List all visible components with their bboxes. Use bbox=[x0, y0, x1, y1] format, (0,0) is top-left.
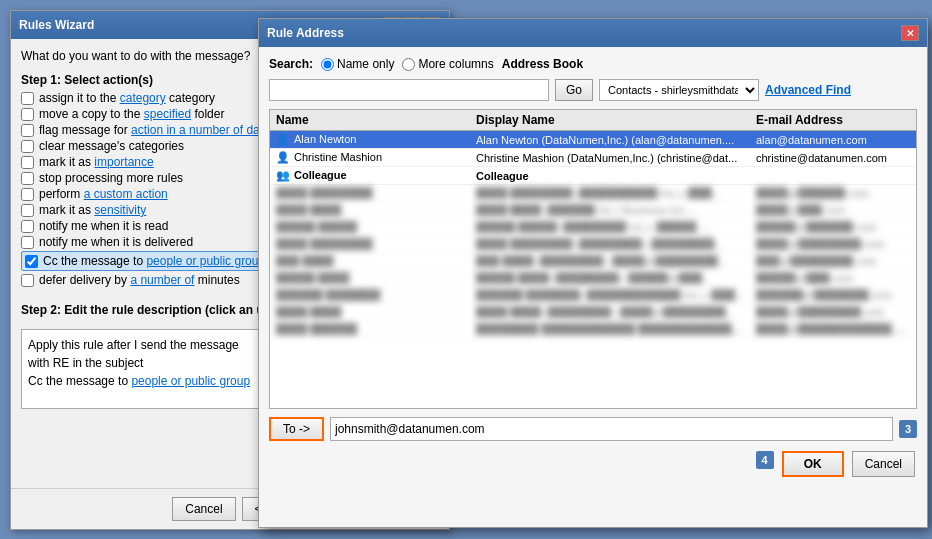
search-input-row: Go Contacts - shirleysmithdatanumen@outl… bbox=[269, 79, 917, 101]
rule-address-dialog: Rule Address ✕ Search: Name only More co… bbox=[258, 18, 928, 528]
action-days-link[interactable]: action in a number of days bbox=[131, 123, 272, 137]
to-button[interactable]: To -> bbox=[269, 417, 324, 441]
contact-display-name: Christine Mashion (DataNumen,Inc.) (chri… bbox=[476, 152, 756, 164]
dialog-body: Search: Name only More columns Address B… bbox=[259, 47, 927, 487]
contact-email: christine@datanumen.com bbox=[756, 152, 910, 164]
header-email: E-mail Address bbox=[756, 113, 910, 127]
table-row[interactable]: ████ ████████ ████ ████████ (██████████ … bbox=[270, 185, 916, 202]
table-row[interactable]: ████ ████ ████ ████ (██████ Inc.) Busine… bbox=[270, 202, 916, 219]
header-name: Name bbox=[276, 113, 476, 127]
contact-display-name: Colleague bbox=[476, 170, 756, 182]
action-defer-delivery-checkbox[interactable] bbox=[21, 274, 34, 287]
search-input[interactable] bbox=[269, 79, 549, 101]
table-row[interactable]: ██████ ███████ ██████ ███████ (█████████… bbox=[270, 287, 916, 304]
custom-action-link[interactable]: a custom action bbox=[84, 187, 168, 201]
radio-name-only-label[interactable]: Name only bbox=[321, 57, 394, 71]
rule-address-titlebar: Rule Address ✕ bbox=[259, 19, 927, 47]
action-notify-read-checkbox[interactable] bbox=[21, 220, 34, 233]
radio-name-only[interactable] bbox=[321, 58, 334, 71]
badge-3: 3 bbox=[899, 420, 917, 438]
action-move-copy-checkbox[interactable] bbox=[21, 108, 34, 121]
search-label: Search: bbox=[269, 57, 313, 71]
table-row[interactable]: ████ ████████ ████ ████████ (████████) (… bbox=[270, 236, 916, 253]
rule-address-close-button[interactable]: ✕ bbox=[901, 25, 919, 41]
action-mark-sensitivity-checkbox[interactable] bbox=[21, 204, 34, 217]
action-mark-importance-checkbox[interactable] bbox=[21, 156, 34, 169]
contact-table-body[interactable]: 👤Alan Newton Alan Newton (DataNumen,Inc.… bbox=[270, 131, 916, 405]
radio-name-only-text: Name only bbox=[337, 57, 394, 71]
category-link[interactable]: category bbox=[120, 91, 166, 105]
action-clear-categories-checkbox[interactable] bbox=[21, 140, 34, 153]
table-header: Name Display Name E-mail Address bbox=[270, 110, 916, 131]
cc-message-highlighted: Cc the message to people or public group bbox=[21, 251, 269, 271]
table-row[interactable]: ███ ████ ███ ████ (████████) (████@█████… bbox=[270, 253, 916, 270]
address-book-select[interactable]: Contacts - shirleysmithdatanumen@outlook… bbox=[599, 79, 759, 101]
action-notify-delivered-checkbox[interactable] bbox=[21, 236, 34, 249]
table-row[interactable]: ████ ████ ████ ████ (████████) (████@███… bbox=[270, 304, 916, 321]
step2-people-link[interactable]: people or public group bbox=[131, 374, 250, 388]
rules-wizard-title: Rules Wizard bbox=[19, 18, 94, 32]
radio-more-columns-text: More columns bbox=[418, 57, 493, 71]
action-flag-message-checkbox[interactable] bbox=[21, 124, 34, 137]
contact-table: Name Display Name E-mail Address 👤Alan N… bbox=[269, 109, 917, 409]
table-row[interactable]: █████ ████ █████ ████ (████████) (█████@… bbox=[270, 270, 916, 287]
address-book-label: Address Book bbox=[502, 57, 583, 71]
specified-link[interactable]: specified bbox=[144, 107, 191, 121]
sensitivity-link[interactable]: sensitivity bbox=[94, 203, 146, 217]
contact-name: 👤Christine Mashion bbox=[276, 151, 476, 164]
to-row: To -> 3 bbox=[269, 417, 917, 441]
table-row[interactable]: 👤Alan Newton Alan Newton (DataNumen,Inc.… bbox=[270, 131, 916, 149]
action-cc-message-checkbox[interactable] bbox=[25, 255, 38, 268]
rule-address-titlebar-controls: ✕ bbox=[901, 25, 919, 41]
radio-more-columns-label[interactable]: More columns bbox=[402, 57, 493, 71]
importance-link[interactable]: importance bbox=[94, 155, 153, 169]
go-button[interactable]: Go bbox=[555, 79, 593, 101]
table-row[interactable]: █████ █████ █████ █████ (████████ Inc.) … bbox=[270, 219, 916, 236]
defer-number-link[interactable]: a number of bbox=[130, 273, 194, 287]
table-row[interactable]: ████ ██████ ████████ ████████████ ██████… bbox=[270, 321, 916, 338]
cancel-button[interactable]: Cancel bbox=[852, 451, 915, 477]
advanced-find-link[interactable]: Advanced Find bbox=[765, 83, 851, 97]
contact-name: 👤Alan Newton bbox=[276, 133, 476, 146]
cancel-button[interactable]: Cancel bbox=[172, 497, 235, 521]
radio-more-columns[interactable] bbox=[402, 58, 415, 71]
rule-address-title: Rule Address bbox=[267, 26, 344, 40]
table-row[interactable]: 👥Colleague Colleague bbox=[270, 167, 916, 185]
ok-button[interactable]: OK bbox=[782, 451, 844, 477]
table-row[interactable]: 👤Christine Mashion Christine Mashion (Da… bbox=[270, 149, 916, 167]
contact-display-name: Alan Newton (DataNumen,Inc.) (alan@datan… bbox=[476, 134, 756, 146]
contact-name: 👥Colleague bbox=[276, 169, 476, 182]
to-input[interactable] bbox=[330, 417, 893, 441]
action-assign-category-checkbox[interactable] bbox=[21, 92, 34, 105]
action-custom-action-checkbox[interactable] bbox=[21, 188, 34, 201]
contact-email: alan@datanumen.com bbox=[756, 134, 910, 146]
header-display-name: Display Name bbox=[476, 113, 756, 127]
badge-4: 4 bbox=[756, 451, 774, 469]
search-radio-group: Name only More columns bbox=[321, 57, 494, 71]
search-row: Search: Name only More columns Address B… bbox=[269, 57, 917, 71]
cc-people-link[interactable]: people or public group bbox=[146, 254, 265, 268]
action-stop-processing-checkbox[interactable] bbox=[21, 172, 34, 185]
dialog-footer: 4 OK Cancel bbox=[269, 451, 917, 477]
